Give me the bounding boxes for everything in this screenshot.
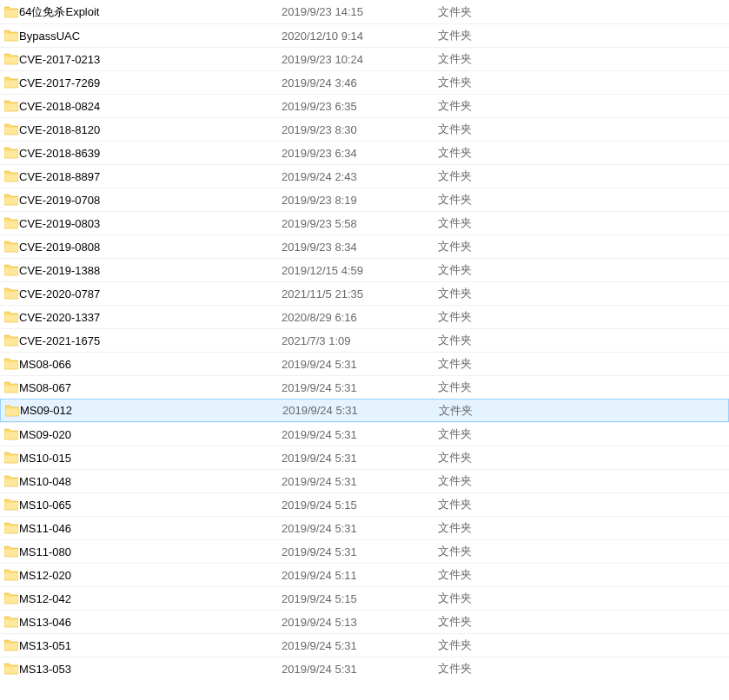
file-date: 2019/9/24 5:31 (282, 475, 438, 488)
file-date: 2019/9/24 5:15 (282, 499, 438, 512)
file-name: MS10-048 (19, 475, 282, 488)
file-date: 2021/7/3 1:09 (282, 334, 438, 347)
file-type: 文件夹 (438, 661, 594, 677)
file-row[interactable]: MS13-0462019/9/24 5:13文件夹 (0, 610, 729, 633)
file-type: 文件夹 (438, 520, 594, 536)
file-row[interactable]: MS13-0512019/9/24 5:31文件夹 (0, 633, 729, 657)
file-row[interactable]: MS09-0122019/9/24 5:31文件夹 (0, 399, 729, 422)
file-row[interactable]: CVE-2017-02132019/9/23 10:24文件夹 (0, 47, 729, 70)
file-list: 64位免杀Exploit2019/9/23 14:15文件夹BypassUAC2… (0, 0, 729, 680)
file-row[interactable]: 64位免杀Exploit2019/9/23 14:15文件夹 (0, 0, 729, 23)
file-row[interactable]: MS08-0672019/9/24 5:31文件夹 (0, 375, 729, 399)
file-type: 文件夹 (438, 239, 594, 254)
file-name: MS10-015 (19, 452, 282, 465)
file-row[interactable]: MS13-0532019/9/24 5:31文件夹 (0, 657, 729, 680)
file-icon-cell (0, 287, 19, 300)
file-icon-cell (0, 358, 19, 370)
file-name: MS08-067 (19, 381, 282, 394)
file-row[interactable]: CVE-2019-13882019/12/15 4:59文件夹 (0, 258, 729, 281)
folder-icon (4, 194, 18, 206)
file-name: CVE-2019-1388 (19, 264, 282, 277)
file-date: 2019/9/23 5:58 (282, 217, 438, 230)
file-type: 文件夹 (438, 145, 594, 161)
file-name: CVE-2020-1337 (19, 311, 282, 324)
file-date: 2019/9/24 5:31 (282, 381, 438, 394)
folder-icon (4, 499, 18, 511)
file-row[interactable]: CVE-2018-88972019/9/24 2:43文件夹 (0, 164, 729, 188)
file-icon-cell (0, 147, 19, 159)
file-row[interactable]: MS10-0652019/9/24 5:15文件夹 (0, 492, 729, 516)
folder-icon (4, 639, 18, 651)
file-row[interactable]: CVE-2019-08032019/9/23 5:58文件夹 (0, 211, 729, 234)
file-date: 2019/9/24 5:31 (282, 522, 438, 535)
folder-icon (4, 381, 18, 393)
file-type: 文件夹 (438, 567, 594, 583)
file-date: 2019/9/24 5:11 (282, 569, 438, 582)
folder-icon (4, 569, 18, 581)
file-date: 2021/11/5 21:35 (282, 287, 438, 300)
file-icon-cell (0, 123, 19, 135)
file-row[interactable]: CVE-2021-16752021/7/3 1:09文件夹 (0, 328, 729, 352)
folder-icon (4, 592, 18, 604)
file-date: 2019/9/24 5:31 (282, 358, 438, 371)
file-type: 文件夹 (438, 75, 594, 90)
file-row[interactable]: MS12-0422019/9/24 5:15文件夹 (0, 586, 729, 610)
file-icon-cell (0, 592, 19, 604)
file-row[interactable]: CVE-2020-13372020/8/29 6:16文件夹 (0, 305, 729, 328)
file-icon-cell (0, 428, 19, 440)
file-row[interactable]: MS10-0152019/9/24 5:31文件夹 (0, 446, 729, 469)
folder-icon (4, 616, 18, 628)
file-icon-cell (0, 30, 19, 42)
file-type: 文件夹 (438, 614, 594, 630)
file-type: 文件夹 (438, 28, 594, 43)
file-date: 2019/9/24 5:31 (282, 452, 438, 465)
file-row[interactable]: CVE-2018-86392019/9/23 6:34文件夹 (0, 141, 729, 164)
file-row[interactable]: CVE-2019-07082019/9/23 8:19文件夹 (0, 188, 729, 211)
file-row[interactable]: CVE-2019-08082019/9/23 8:34文件夹 (0, 234, 729, 258)
file-row[interactable]: CVE-2018-81202019/9/23 8:30文件夹 (0, 117, 729, 141)
file-date: 2019/9/24 5:31 (282, 663, 438, 676)
file-type: 文件夹 (438, 286, 594, 301)
file-icon-cell (0, 100, 19, 112)
file-row[interactable]: MS11-0802019/9/24 5:31文件夹 (0, 539, 729, 563)
file-row[interactable]: MS08-0662019/9/24 5:31文件夹 (0, 352, 729, 375)
file-row[interactable]: CVE-2018-08242019/9/23 6:35文件夹 (0, 94, 729, 117)
file-type: 文件夹 (438, 637, 594, 653)
file-type: 文件夹 (438, 473, 594, 489)
file-name: CVE-2019-0803 (19, 217, 282, 230)
file-date: 2019/9/23 8:19 (282, 194, 438, 207)
file-name: MS13-046 (19, 616, 282, 629)
file-icon-cell (0, 381, 19, 393)
file-type: 文件夹 (438, 192, 594, 208)
file-type: 文件夹 (438, 98, 594, 114)
file-date: 2020/12/10 9:14 (282, 30, 438, 43)
file-icon-cell (0, 452, 19, 464)
file-row[interactable]: MS09-0202019/9/24 5:31文件夹 (0, 422, 729, 446)
file-icon-cell (0, 569, 19, 581)
file-type: 文件夹 (438, 309, 594, 325)
file-icon-cell (0, 194, 19, 206)
file-row[interactable]: BypassUAC2020/12/10 9:14文件夹 (0, 23, 729, 47)
folder-icon (4, 100, 18, 112)
file-row[interactable]: MS11-0462019/9/24 5:31文件夹 (0, 516, 729, 539)
file-row[interactable]: MS10-0482019/9/24 5:31文件夹 (0, 469, 729, 492)
file-type: 文件夹 (438, 262, 594, 278)
file-date: 2019/9/23 14:15 (282, 5, 438, 18)
folder-icon (4, 264, 18, 276)
file-type: 文件夹 (438, 215, 594, 231)
file-date: 2019/9/24 3:46 (282, 76, 438, 89)
file-type: 文件夹 (438, 591, 594, 606)
file-icon-cell (0, 499, 19, 511)
file-row[interactable]: CVE-2020-07872021/11/5 21:35文件夹 (0, 281, 729, 305)
file-icon-cell (0, 217, 19, 229)
file-icon-cell (0, 76, 19, 89)
folder-icon (4, 428, 18, 440)
file-icon-cell (0, 241, 19, 253)
file-row[interactable]: MS12-0202019/9/24 5:11文件夹 (0, 563, 729, 586)
folder-icon (4, 241, 18, 253)
folder-icon (4, 30, 18, 42)
file-row[interactable]: CVE-2017-72692019/9/24 3:46文件夹 (0, 70, 729, 94)
file-date: 2019/9/23 8:34 (282, 241, 438, 254)
file-name: MS10-065 (19, 499, 282, 512)
folder-icon (4, 6, 18, 18)
